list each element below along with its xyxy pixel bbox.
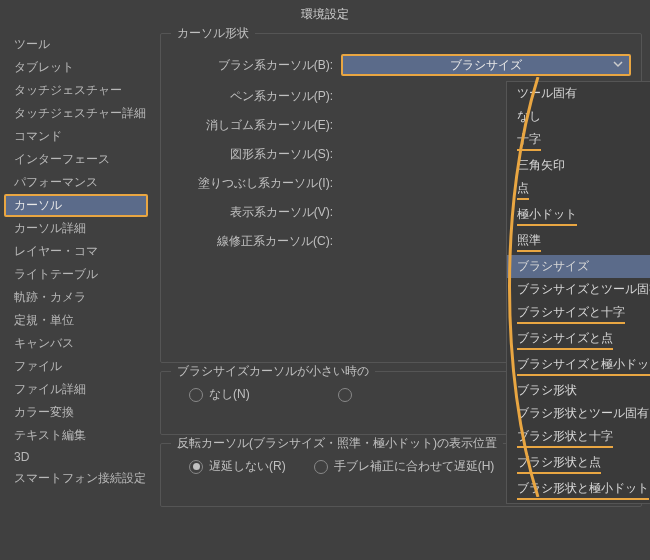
radio-none[interactable]: なし(N) xyxy=(189,386,250,403)
sidebar-item[interactable]: パフォーマンス xyxy=(4,171,148,194)
cursor-type-dropdown[interactable]: ツール固有なし十字三角矢印点極小ドット照準ブラシサイズブラシサイズとツール固有ブ… xyxy=(506,81,650,504)
section-legend-3: 反転カーソル(ブラシサイズ・照準・極小ドット)の表示位置 xyxy=(171,435,503,452)
shape-cursor-label: 図形系カーソル(S): xyxy=(171,146,341,163)
radio-delay[interactable]: 手ブレ補正に合わせて遅延(H) xyxy=(314,458,495,475)
dropdown-item[interactable]: 照準 xyxy=(507,229,650,255)
sidebar-item[interactable]: タッチジェスチャー xyxy=(4,79,148,102)
radio-icon xyxy=(189,460,203,474)
sidebar-item[interactable]: カーソル xyxy=(4,194,148,217)
window-title: 環境設定 xyxy=(0,0,650,29)
dropdown-item[interactable]: 点 xyxy=(507,177,650,203)
combo-value: ブラシサイズ xyxy=(450,57,522,74)
sidebar-item[interactable]: テキスト編集 xyxy=(4,424,148,447)
radio-icon xyxy=(314,460,328,474)
dropdown-item[interactable]: ブラシ形状と極小ドット xyxy=(507,477,650,503)
dropdown-item[interactable]: ブラシサイズと点 xyxy=(507,327,650,353)
sidebar-item[interactable]: 定規・単位 xyxy=(4,309,148,332)
sidebar-item[interactable]: レイヤー・コマ xyxy=(4,240,148,263)
dropdown-item[interactable]: ブラシサイズと極小ドット xyxy=(507,353,650,379)
view-cursor-label: 表示系カーソル(V): xyxy=(171,204,341,221)
sidebar-item[interactable]: キャンバス xyxy=(4,332,148,355)
sidebar-item[interactable]: 軌跡・カメラ xyxy=(4,286,148,309)
sidebar-item[interactable]: ライトテーブル xyxy=(4,263,148,286)
sidebar-item[interactable]: スマートフォン接続設定 xyxy=(4,467,148,490)
line-correct-cursor-label: 線修正系カーソル(C): xyxy=(171,233,341,250)
pen-cursor-label: ペン系カーソル(P): xyxy=(171,88,341,105)
chevron-down-icon xyxy=(613,58,623,72)
radio-option-b[interactable] xyxy=(338,388,352,402)
dropdown-item[interactable]: 三角矢印 xyxy=(507,154,650,177)
sidebar-item[interactable]: ファイル詳細 xyxy=(4,378,148,401)
content-pane: カーソル形状 ブラシ系カーソル(B): ブラシサイズ ペン系カーソル(P): 消… xyxy=(152,29,650,560)
radio-icon xyxy=(189,388,203,402)
dropdown-item[interactable]: ブラシサイズ xyxy=(507,255,650,278)
dropdown-item[interactable]: ツール固有 xyxy=(507,82,650,105)
section-legend-2: ブラシサイズカーソルが小さい時の xyxy=(171,363,375,380)
sidebar-item[interactable]: カーソル詳細 xyxy=(4,217,148,240)
sidebar-item[interactable]: ファイル xyxy=(4,355,148,378)
sidebar-item[interactable]: コマンド xyxy=(4,125,148,148)
dropdown-item[interactable]: 十字 xyxy=(507,128,650,154)
sidebar-item[interactable]: 3D xyxy=(4,447,148,467)
sidebar-item[interactable]: タブレット xyxy=(4,56,148,79)
sidebar-item[interactable]: インターフェース xyxy=(4,148,148,171)
dropdown-item[interactable]: ブラシ形状とツール固有 xyxy=(507,402,650,425)
dropdown-item[interactable]: なし xyxy=(507,105,650,128)
section-legend: カーソル形状 xyxy=(171,25,255,42)
radio-label: 手ブレ補正に合わせて遅延(H) xyxy=(334,458,495,475)
dropdown-item[interactable]: 極小ドット xyxy=(507,203,650,229)
radio-icon xyxy=(338,388,352,402)
dropdown-item[interactable]: ブラシサイズと十字 xyxy=(507,301,650,327)
dropdown-item[interactable]: ブラシサイズとツール固有 xyxy=(507,278,650,301)
sidebar-item[interactable]: タッチジェスチャー詳細 xyxy=(4,102,148,125)
dropdown-item[interactable]: ブラシ形状と十字 xyxy=(507,425,650,451)
dropdown-item[interactable]: ブラシ形状 xyxy=(507,379,650,402)
main-layout: ツールタブレットタッチジェスチャータッチジェスチャー詳細コマンドインターフェース… xyxy=(0,29,650,560)
sidebar: ツールタブレットタッチジェスチャータッチジェスチャー詳細コマンドインターフェース… xyxy=(0,29,152,560)
radio-label: 遅延しない(R) xyxy=(209,458,286,475)
brush-cursor-combo[interactable]: ブラシサイズ xyxy=(341,54,631,76)
radio-label: なし(N) xyxy=(209,386,250,403)
radio-no-delay[interactable]: 遅延しない(R) xyxy=(189,458,286,475)
sidebar-item[interactable]: ツール xyxy=(4,33,148,56)
fill-cursor-label: 塗りつぶし系カーソル(I): xyxy=(171,175,341,192)
brush-cursor-label: ブラシ系カーソル(B): xyxy=(171,57,341,74)
eraser-cursor-label: 消しゴム系カーソル(E): xyxy=(171,117,341,134)
dropdown-item[interactable]: ブラシ形状と点 xyxy=(507,451,650,477)
sidebar-item[interactable]: カラー変換 xyxy=(4,401,148,424)
